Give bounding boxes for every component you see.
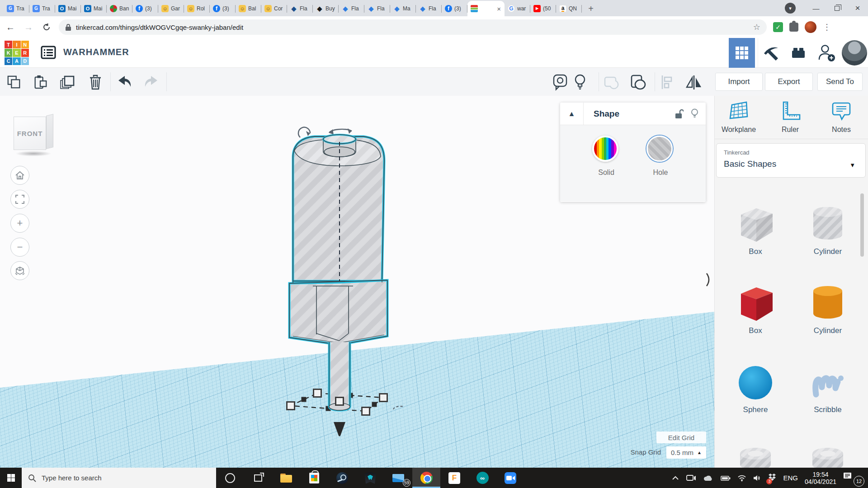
browser-tab[interactable]: ◆Fla — [364, 1, 390, 16]
show-all-button[interactable] — [552, 74, 569, 91]
browser-tab[interactable]: Ban — [107, 1, 132, 16]
minecraft-export-button[interactable] — [758, 38, 783, 68]
shape-library-select[interactable]: Tinkercad Basic Shapes ▼ — [716, 143, 866, 178]
undo-button[interactable] — [116, 74, 133, 91]
address-bar[interactable]: tinkercad.com/things/dtkWOGVCgqe-swanky-… — [59, 19, 767, 35]
browser-tab[interactable]: ▶(50 — [530, 1, 556, 16]
unlock-icon[interactable] — [675, 108, 684, 119]
home-view-button[interactable] — [10, 166, 29, 185]
battery-icon[interactable] — [721, 475, 731, 481]
copy-button[interactable] — [5, 74, 23, 91]
dropbox-tray-item[interactable]: 3 — [768, 473, 776, 483]
export-button[interactable]: Export — [765, 73, 813, 91]
screen-cast-icon[interactable] — [686, 474, 696, 482]
delete-button[interactable] — [87, 74, 104, 91]
design-properties-icon[interactable] — [41, 46, 56, 62]
view-cube-side-face[interactable] — [46, 114, 53, 149]
tinkercad-logo[interactable]: TINKERCAD — [5, 41, 29, 65]
notes-tool[interactable]: Notes — [819, 100, 864, 134]
wifi-icon[interactable] — [737, 474, 746, 482]
3d-viewport[interactable]: FRONT + − — [0, 96, 714, 468]
browser-tab[interactable]: OMai — [55, 1, 81, 16]
chrome-taskbar-button[interactable] — [412, 468, 440, 488]
puzzle-extension-icon[interactable] — [789, 23, 798, 32]
tray-expand-icon[interactable] — [671, 475, 679, 481]
shape-item-box[interactable]: Box — [728, 200, 783, 256]
ungroup-button[interactable] — [629, 74, 646, 91]
browser-tab[interactable]: OMai — [81, 1, 107, 16]
shape-item-cylinder[interactable]: Cylinder — [801, 279, 855, 335]
workplane-tool[interactable]: Workplane — [716, 100, 761, 134]
snap-grid-select[interactable]: 0.5 mm ▲ — [666, 446, 706, 459]
lights-button[interactable] — [571, 74, 589, 91]
zoom-taskbar-button[interactable] — [496, 468, 524, 488]
paste-button[interactable] — [32, 74, 49, 91]
brick-export-button[interactable] — [786, 38, 811, 68]
browser-tab[interactable]: GTra — [4, 1, 29, 16]
view-cube[interactable]: FRONT — [13, 113, 54, 158]
solid-material-swatch[interactable] — [592, 136, 618, 162]
shape-item-cylinder[interactable]: Cylinder — [801, 200, 855, 256]
volume-icon[interactable] — [753, 474, 761, 482]
reload-button[interactable] — [39, 19, 54, 35]
minimize-button[interactable]: — — [806, 0, 826, 16]
arduino-taskbar-button[interactable]: ∞ — [468, 468, 496, 488]
zoom-out-button[interactable]: − — [10, 238, 29, 257]
bookmark-star-icon[interactable]: ☆ — [753, 22, 760, 32]
hammer-head-lower[interactable] — [289, 280, 387, 345]
hide-lightbulb-icon[interactable] — [691, 108, 698, 119]
browser-tab[interactable]: f(3) — [210, 1, 236, 16]
clock[interactable]: 19:54 04/04/2021 — [805, 471, 836, 485]
browser-tab[interactable]: GTra — [29, 1, 55, 16]
import-button[interactable]: Import — [715, 73, 763, 91]
zoom-in-button[interactable]: + — [10, 214, 29, 233]
rotate-arc-icon[interactable] — [393, 406, 404, 409]
ruler-tool[interactable]: Ruler — [768, 100, 813, 134]
language-indicator[interactable]: ENG — [783, 474, 798, 482]
task-view-button[interactable] — [244, 468, 272, 488]
start-button[interactable] — [0, 468, 22, 488]
invite-person-button[interactable] — [814, 38, 840, 68]
steam-taskbar-button[interactable] — [328, 468, 356, 488]
browser-tab[interactable]: ◆Fla — [287, 1, 313, 16]
edit-grid-button[interactable]: Edit Grid — [656, 432, 706, 443]
browser-tab[interactable]: ◆Buy — [313, 1, 339, 16]
fusion360-taskbar-button[interactable]: F — [440, 468, 468, 488]
shape-item-box[interactable]: Box — [728, 279, 783, 335]
user-avatar[interactable] — [842, 40, 867, 66]
browser-tab[interactable]: ◆Ma — [390, 1, 416, 16]
browser-tab[interactable]: ◆Fla — [339, 1, 364, 16]
shape-item-hidden[interactable] — [801, 437, 855, 468]
send-to-button[interactable]: Send To — [817, 73, 863, 91]
shape-item-scribble[interactable]: Scribble — [801, 358, 855, 414]
sidebar-scrollbar[interactable] — [860, 193, 864, 257]
url-text[interactable]: tinkercad.com/things/dtkWOGVCgqe-swanky-… — [76, 23, 753, 31]
dashboard-grid-button[interactable] — [729, 38, 755, 68]
selection-center-handle[interactable] — [336, 398, 344, 405]
tab-search-icon[interactable]: ▾ — [785, 3, 796, 14]
shape-item-hidden[interactable] — [728, 437, 783, 468]
hole-material-swatch[interactable] — [646, 136, 673, 162]
move-down-cone[interactable] — [334, 422, 345, 436]
browser-tab[interactable]: aQN — [556, 1, 582, 16]
onedrive-icon[interactable] — [703, 474, 714, 482]
close-button[interactable]: × — [847, 0, 868, 16]
collapse-panel-button[interactable]: ▲ — [560, 103, 584, 125]
browser-tab[interactable]: f(3) — [442, 1, 467, 16]
browser-tab[interactable]: ☺Rol — [184, 1, 210, 16]
browser-tab-active[interactable]: × — [467, 1, 505, 16]
collapse-sidebar-chevron[interactable] — [705, 272, 712, 289]
duplicate-button[interactable] — [59, 74, 76, 91]
browser-menu-icon[interactable]: ⋮ — [823, 22, 831, 32]
mail-taskbar-button[interactable]: 59 — [384, 468, 412, 488]
browser-tab[interactable]: Gwar — [505, 1, 530, 16]
forward-button[interactable]: → — [21, 19, 36, 35]
predator-taskbar-button[interactable] — [356, 468, 384, 488]
store-taskbar-button[interactable] — [300, 468, 328, 488]
cortana-button[interactable] — [216, 468, 244, 488]
new-tab-button[interactable]: + — [585, 2, 597, 15]
browser-tab[interactable]: ☺Gar — [158, 1, 184, 16]
browser-tab[interactable]: f(3) — [132, 1, 158, 16]
browser-profile-avatar[interactable] — [805, 21, 816, 33]
fit-view-button[interactable] — [10, 190, 29, 209]
